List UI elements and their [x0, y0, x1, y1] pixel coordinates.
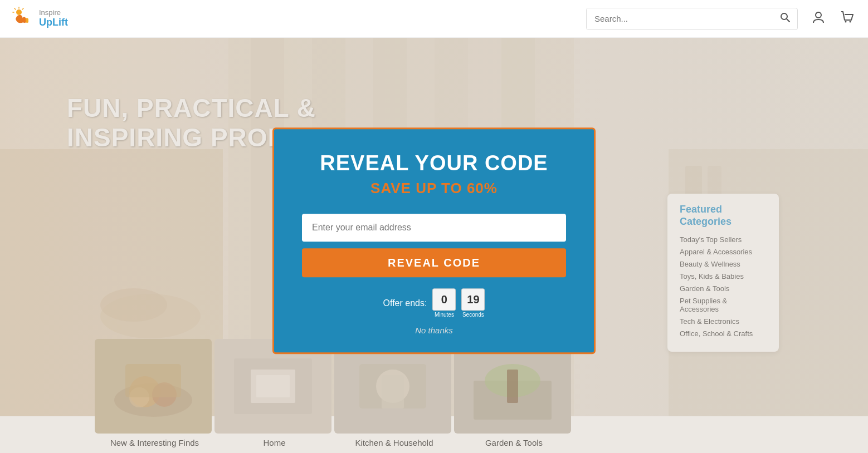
- cart-button[interactable]: [838, 8, 857, 30]
- seconds-wrapper: 19 Seconds: [461, 288, 485, 318]
- user-account-button[interactable]: [809, 8, 828, 30]
- logo-icon: [11, 7, 36, 31]
- minutes-display: 0: [432, 288, 456, 311]
- svg-line-2: [22, 8, 23, 9]
- header-icons: [809, 8, 857, 30]
- user-icon: [811, 10, 826, 24]
- modal-subtitle: SAVE UP TO 60%: [302, 180, 566, 197]
- minutes-wrapper: 0 Minutes: [432, 288, 456, 318]
- timer-area: Offer ends: 0 Minutes 19 Seconds: [302, 288, 566, 318]
- svg-point-7: [816, 12, 821, 18]
- reveal-code-button[interactable]: REVEAL CODE: [302, 248, 566, 277]
- svg-point-8: [845, 21, 847, 22]
- offer-ends-label: Offer ends:: [383, 298, 427, 308]
- search-input[interactable]: [587, 8, 773, 29]
- svg-line-6: [787, 19, 789, 22]
- search-button[interactable]: [773, 12, 797, 26]
- seconds-label: Seconds: [462, 312, 484, 318]
- logo-inspire-text: Inspire: [39, 9, 68, 17]
- search-icon: [779, 12, 791, 23]
- logo-text: Inspire UpLift: [39, 9, 68, 28]
- logo-uplift-text: UpLift: [39, 17, 68, 28]
- seconds-display: 19: [461, 288, 485, 311]
- svg-line-3: [14, 8, 16, 9]
- modal-container: REVEAL YOUR CODE SAVE UP TO 60% REVEAL C…: [272, 127, 596, 354]
- reveal-code-modal: REVEAL YOUR CODE SAVE UP TO 60% REVEAL C…: [272, 127, 596, 354]
- svg-point-9: [850, 21, 851, 22]
- modal-title: REVEAL YOUR CODE: [302, 151, 566, 175]
- logo-area: Inspire UpLift: [11, 7, 68, 31]
- no-thanks-link[interactable]: No thanks: [415, 326, 453, 335]
- header: Inspire UpLift: [0, 0, 868, 38]
- cart-icon: [840, 10, 855, 24]
- search-area: [586, 8, 798, 30]
- minutes-label: Minutes: [435, 312, 454, 318]
- svg-point-0: [16, 9, 22, 15]
- main-content: FUN, PRACTICAL & INSPIRING PRODUCTS! New…: [0, 38, 868, 453]
- email-input[interactable]: [302, 214, 566, 242]
